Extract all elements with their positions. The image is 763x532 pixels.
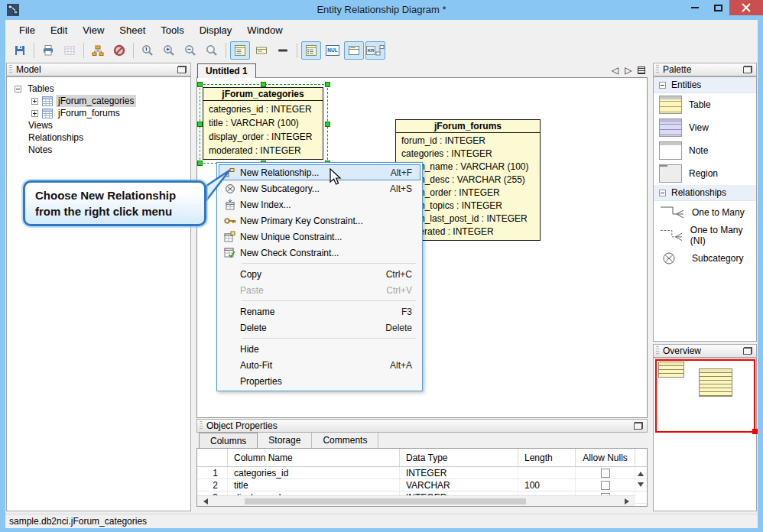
- show-nulls-icon: NUL: [326, 45, 339, 57]
- overview-viewport-rect[interactable]: [655, 359, 755, 433]
- float-panel-icon[interactable]: [743, 66, 752, 73]
- tab-columns[interactable]: Columns: [199, 433, 258, 448]
- show-columns-icon: [305, 44, 317, 57]
- float-panel-icon[interactable]: [177, 66, 187, 73]
- scroll-right-icon[interactable]: [625, 498, 629, 504]
- collapse-icon[interactable]: [15, 86, 21, 92]
- selection-handle[interactable]: [325, 122, 330, 127]
- zoom-button[interactable]: [202, 41, 222, 60]
- menu-tools[interactable]: Tools: [153, 22, 191, 38]
- vertical-scrollbar[interactable]: [635, 467, 647, 496]
- allow-nulls-checkbox[interactable]: [601, 469, 610, 478]
- menu-edit[interactable]: Edit: [43, 22, 75, 38]
- menu-item-delete[interactable]: Delete Delete: [219, 320, 420, 336]
- horizontal-scrollbar[interactable]: [197, 495, 635, 506]
- panel-grip[interactable]: [9, 65, 12, 74]
- tree-item-views[interactable]: Views: [7, 119, 190, 131]
- menu-item-new-unique-constraint[interactable]: New Unique Constraint...: [219, 229, 420, 245]
- menu-item-new-check-constraint[interactable]: New Check Constraint...: [219, 245, 420, 261]
- menu-item-properties[interactable]: Properties: [219, 373, 420, 389]
- panel-grip[interactable]: [656, 346, 659, 355]
- scroll-left-icon[interactable]: [203, 498, 208, 504]
- tree-item-jforum-categories[interactable]: jForum_categories: [7, 95, 190, 107]
- tab-comments[interactable]: Comments: [312, 433, 378, 448]
- menu-display[interactable]: Display: [192, 22, 240, 38]
- zoom-actual-button[interactable]: [138, 41, 157, 60]
- expand-icon[interactable]: [31, 110, 38, 117]
- menu-window[interactable]: Window: [239, 22, 290, 38]
- menu-item-auto-fit[interactable]: Auto-Fit Alt+A: [219, 357, 420, 373]
- palette-item-subcategory[interactable]: Subcategory: [654, 247, 756, 270]
- tab-list-icon[interactable]: [638, 66, 645, 74]
- menu-item-rename[interactable]: Rename F3: [219, 303, 420, 320]
- tree-item-jforum-forums[interactable]: jForum_forums: [7, 107, 190, 119]
- menu-item-new-index[interactable]: New Index...: [219, 196, 420, 212]
- allow-nulls-checkbox[interactable]: [601, 481, 610, 490]
- float-panel-icon[interactable]: [743, 347, 752, 355]
- close-button[interactable]: [729, 0, 763, 15]
- selection-handle[interactable]: [261, 82, 266, 87]
- palette-item-region[interactable]: Region: [654, 162, 756, 185]
- save-button[interactable]: [10, 41, 30, 60]
- minimize-button[interactable]: [683, 0, 706, 15]
- panel-grip[interactable]: [656, 65, 659, 74]
- selection-handle[interactable]: [325, 82, 330, 87]
- tree-item-relationships[interactable]: Relationships: [7, 131, 190, 144]
- menu-item-new-primary-key[interactable]: New Primary Key Constraint...: [219, 212, 420, 229]
- show-nulls-button[interactable]: NUL: [323, 41, 343, 60]
- menu-sheet[interactable]: Sheet: [112, 22, 153, 38]
- selection-handle[interactable]: [197, 161, 203, 166]
- overview-viewport-handle[interactable]: [752, 429, 758, 434]
- tree-item-tables[interactable]: Tables: [7, 83, 190, 95]
- zoom-in-button[interactable]: [159, 41, 179, 60]
- palette-item-one-to-many-ni[interactable]: One to Many (NI): [654, 224, 756, 247]
- tab-next-icon[interactable]: ▷: [625, 65, 632, 76]
- collapse-icon[interactable]: [659, 82, 666, 89]
- palette-section-entities[interactable]: Entities: [654, 77, 756, 93]
- scrollbar-thumb[interactable]: [245, 498, 526, 504]
- scroll-up-icon[interactable]: [638, 472, 644, 476]
- entity-title-only-button[interactable]: [273, 41, 293, 60]
- menu-item-new-relationship[interactable]: New Relationship... Alt+F: [219, 164, 420, 180]
- show-columns-button[interactable]: [301, 41, 321, 60]
- entity-compact-button[interactable]: [252, 41, 271, 60]
- palette-item-note[interactable]: Note: [654, 139, 756, 162]
- grid-row[interactable]: 2 title VARCHAR 100: [197, 479, 647, 491]
- tree-item-notes[interactable]: Notes: [7, 144, 190, 156]
- disable-button[interactable]: [109, 41, 129, 60]
- panel-grip[interactable]: [200, 421, 203, 430]
- show-titles-button[interactable]: [344, 41, 364, 60]
- scroll-down-icon[interactable]: [638, 482, 644, 487]
- maximize-button[interactable]: [706, 0, 729, 15]
- palette-item-table[interactable]: Table: [654, 93, 756, 116]
- menu-item-copy[interactable]: Copy Ctrl+C: [219, 266, 420, 282]
- overview-panel-title: Overview: [663, 345, 701, 356]
- tab-untitled-1[interactable]: Untitled 1: [197, 63, 256, 78]
- selection-handle[interactable]: [197, 122, 203, 127]
- menu-view[interactable]: View: [75, 22, 112, 38]
- palette-item-one-to-many[interactable]: One to Many: [654, 201, 756, 224]
- tab-storage[interactable]: Storage: [258, 433, 312, 448]
- expand-icon[interactable]: [31, 98, 38, 105]
- menu-item-new-subcategory[interactable]: New Subcategory... Alt+S: [219, 180, 420, 196]
- zoom-out-icon: [184, 44, 196, 57]
- tab-prev-icon[interactable]: ◁: [612, 65, 619, 76]
- float-panel-icon[interactable]: [634, 422, 643, 430]
- collapse-icon[interactable]: [659, 190, 666, 196]
- grid-row[interactable]: 1 categories_id INTEGER: [197, 467, 647, 479]
- print-icon: [42, 44, 54, 57]
- menu-item-hide[interactable]: Hide: [219, 341, 420, 357]
- entity-detail-button[interactable]: [230, 41, 250, 60]
- auto-layout-button[interactable]: [88, 41, 108, 60]
- grid-button[interactable]: [60, 41, 80, 60]
- show-relation-names-button[interactable]: KR: [365, 41, 385, 60]
- entity-column: categories : INTEGER: [396, 148, 540, 161]
- menu-file[interactable]: File: [11, 22, 43, 38]
- callout-tail: [203, 162, 237, 206]
- palette-section-relationships[interactable]: Relationships: [654, 185, 756, 201]
- entity-title: jForum_forums: [396, 120, 540, 133]
- print-button[interactable]: [38, 41, 58, 60]
- palette-item-view[interactable]: View: [654, 116, 756, 139]
- selection-handle[interactable]: [197, 82, 203, 87]
- zoom-out-button[interactable]: [180, 41, 200, 60]
